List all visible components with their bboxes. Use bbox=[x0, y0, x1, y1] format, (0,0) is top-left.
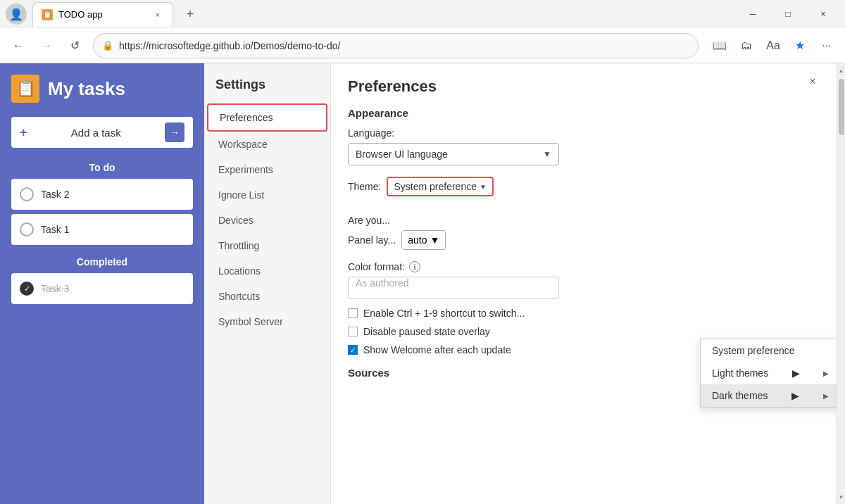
theme-dropdown-button[interactable]: System preference ▼ bbox=[387, 177, 493, 196]
color-format-label-row: Color format: ℹ bbox=[348, 261, 820, 272]
task-checkmark: ✓ bbox=[20, 282, 34, 296]
tab-favicon: 📋 bbox=[42, 9, 53, 20]
address-bar[interactable]: 🔒 https://microsoftedge.github.io/Demos/… bbox=[93, 33, 699, 58]
new-tab-button[interactable]: + bbox=[179, 3, 201, 25]
theme-arrow-icon: ▼ bbox=[480, 183, 487, 191]
sidebar-item-experiments[interactable]: Experiments bbox=[207, 157, 327, 182]
collections-button[interactable]: 🗂 bbox=[734, 33, 759, 58]
panel-layout-select[interactable]: auto ▼ bbox=[401, 230, 446, 250]
sidebar-logo: 📋 bbox=[11, 75, 39, 103]
panel-arrow-icon: ▼ bbox=[430, 234, 439, 246]
profile-button[interactable]: 👤 bbox=[6, 4, 27, 25]
preferences-content: × Preferences Appearance Language: Brows… bbox=[331, 63, 837, 504]
refresh-button[interactable]: ↺ bbox=[62, 33, 87, 58]
tab-title: TODO app bbox=[58, 9, 146, 20]
preferences-close-button[interactable]: × bbox=[803, 72, 822, 92]
language-arrow-icon: ▼ bbox=[543, 149, 551, 159]
close-button[interactable]: × bbox=[807, 4, 839, 25]
scrollbar[interactable]: ▲ ▼ bbox=[837, 63, 845, 504]
checkbox-paused-row: Disable paused state overlay bbox=[348, 326, 820, 337]
todo-sidebar: 📋 My tasks + Add a task → To do Task 2 T… bbox=[0, 63, 204, 504]
settings-title: Settings bbox=[204, 72, 330, 103]
ctrl-shortcut-checkbox[interactable] bbox=[348, 308, 358, 318]
read-mode-button[interactable]: 📖 bbox=[707, 33, 732, 58]
submenu-arrow-icon: ▶ bbox=[792, 367, 800, 379]
minimize-button[interactable]: ─ bbox=[737, 4, 769, 25]
read-aloud-button[interactable]: Aa bbox=[760, 33, 786, 58]
theme-dropdown-menu: System preference Light themes ▶ Dark th… bbox=[700, 339, 837, 408]
todo-section-label: To do bbox=[11, 162, 193, 173]
window-controls: ─ □ × bbox=[737, 4, 839, 25]
navigation-bar: ← → ↺ 🔒 https://microsoftedge.github.io/… bbox=[0, 28, 845, 63]
theme-label: Theme: bbox=[348, 181, 381, 192]
welcome-checkbox[interactable]: ✓ bbox=[348, 345, 358, 355]
sidebar-item-symbol-server[interactable]: Symbol Server bbox=[207, 309, 327, 334]
scroll-down-button[interactable]: ▼ bbox=[837, 491, 846, 503]
completed-section-label: Completed bbox=[11, 256, 193, 267]
back-button[interactable]: ← bbox=[6, 33, 31, 58]
language-select[interactable]: Browser UI language ▼ bbox=[348, 143, 559, 165]
list-item[interactable]: Task 1 bbox=[11, 214, 193, 245]
sidebar-item-preferences[interactable]: Preferences bbox=[207, 103, 327, 132]
welcome-label: Show Welcome after each update bbox=[363, 344, 511, 355]
theme-value: System preference bbox=[394, 181, 477, 192]
sidebar-title: My tasks bbox=[48, 78, 125, 100]
active-tab[interactable]: 📋 TODO app × bbox=[32, 2, 173, 27]
url-text[interactable]: https://microsoftedge.github.io/Demos/de… bbox=[119, 40, 689, 51]
maximize-button[interactable]: □ bbox=[772, 4, 804, 25]
language-label: Language: bbox=[348, 127, 820, 139]
task-label: Task 1 bbox=[41, 224, 69, 235]
add-task-label: Add a task bbox=[33, 127, 159, 139]
sidebar-item-shortcuts[interactable]: Shortcuts bbox=[207, 284, 327, 309]
theme-row: Theme: System preference ▼ System prefer… bbox=[348, 177, 820, 196]
paused-overlay-checkbox[interactable] bbox=[348, 327, 358, 336]
page-content: 📋 My tasks + Add a task → To do Task 2 T… bbox=[0, 63, 845, 504]
ctrl-shortcut-label: Enable Ctrl + 1-9 shortcut to switch... bbox=[363, 308, 525, 319]
color-format-row: Color format: ℹ As authored bbox=[348, 261, 820, 299]
theme-option-dark[interactable]: Dark themes ▶ bbox=[701, 384, 837, 407]
checkbox-ctrl-row: Enable Ctrl + 1-9 shortcut to switch... bbox=[348, 308, 820, 319]
color-format-placeholder: As authored bbox=[356, 277, 409, 289]
color-format-text: Color format: bbox=[348, 261, 405, 272]
title-bar: 👤 📋 TODO app × + ─ □ × bbox=[0, 0, 845, 28]
nav-icons: 📖 🗂 Aa ★ ··· bbox=[707, 33, 839, 58]
task-checkbox[interactable] bbox=[20, 187, 34, 201]
submenu-arrow-icon: ▶ bbox=[791, 390, 799, 401]
scrollbar-thumb[interactable] bbox=[839, 79, 844, 135]
preferences-title: Preferences bbox=[348, 77, 820, 96]
sidebar-item-ignore-list[interactable]: Ignore List bbox=[207, 182, 327, 208]
favorites-button[interactable]: ★ bbox=[787, 33, 813, 58]
theme-option-light[interactable]: Light themes ▶ bbox=[701, 362, 837, 384]
sidebar-item-workspace[interactable]: Workspace bbox=[207, 132, 327, 157]
task-checkbox[interactable] bbox=[20, 222, 34, 237]
forward-button[interactable]: → bbox=[34, 33, 59, 58]
scroll-up-button[interactable]: ▲ bbox=[837, 65, 846, 76]
more-button[interactable]: ··· bbox=[814, 33, 839, 58]
sidebar-item-throttling[interactable]: Throttling bbox=[207, 233, 327, 258]
add-task-button[interactable]: + Add a task → bbox=[11, 117, 193, 148]
add-task-arrow-icon: → bbox=[165, 122, 184, 142]
panel-value: auto bbox=[408, 234, 427, 246]
settings-panel: Settings Preferences Workspace Experimen… bbox=[204, 63, 331, 504]
list-item[interactable]: Task 2 bbox=[11, 179, 193, 210]
sidebar-header: 📋 My tasks bbox=[11, 75, 193, 103]
plus-icon: + bbox=[20, 125, 27, 140]
color-format-input[interactable]: As authored bbox=[348, 277, 559, 299]
language-value: Browser UI language bbox=[356, 149, 448, 160]
task-label: Task 3 bbox=[41, 283, 69, 294]
browser-window: 👤 📋 TODO app × + ─ □ × ← → ↺ 🔒 https://m… bbox=[0, 0, 845, 504]
panel-layout-label: Panel lay... bbox=[348, 234, 396, 246]
theme-option-system[interactable]: System preference bbox=[701, 339, 837, 362]
sidebar-item-devices[interactable]: Devices bbox=[207, 208, 327, 233]
are-you-label: Are you... bbox=[348, 215, 820, 226]
panel-layout-row: Panel lay... auto ▼ bbox=[348, 230, 820, 250]
sidebar-item-locations[interactable]: Locations bbox=[207, 258, 327, 284]
paused-overlay-label: Disable paused state overlay bbox=[363, 326, 490, 337]
lock-icon: 🔒 bbox=[102, 40, 113, 51]
task-label: Task 2 bbox=[41, 189, 69, 200]
appearance-section-title: Appearance bbox=[348, 107, 820, 119]
list-item[interactable]: ✓ Task 3 bbox=[11, 273, 193, 304]
color-format-info-icon[interactable]: ℹ bbox=[409, 261, 420, 272]
tab-close-button[interactable]: × bbox=[151, 8, 164, 21]
